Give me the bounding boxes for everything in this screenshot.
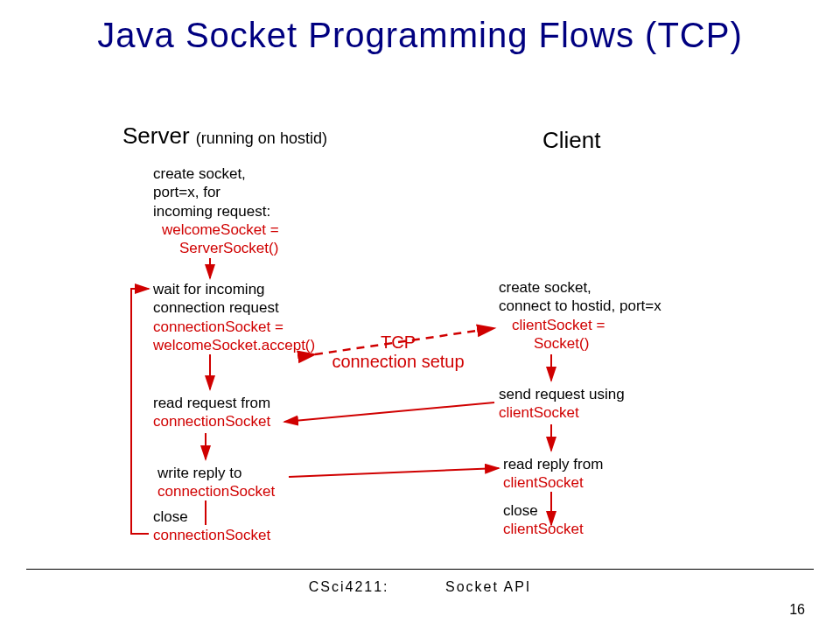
text: incoming request:: [153, 202, 279, 220]
code: ServerSocket(): [179, 239, 279, 257]
text: read reply from: [503, 455, 603, 473]
server-heading-text: Server: [122, 122, 190, 149]
code: clientSocket: [503, 473, 603, 492]
server-step-create: create socket, port=x, for incoming requ…: [153, 164, 279, 257]
client-step-close: close clientSocket: [503, 501, 584, 539]
code: connectionSocket: [158, 482, 275, 500]
code: connectionSocket: [153, 412, 270, 430]
slide: Java Socket Programming Flows (TCP) Serv…: [0, 0, 840, 630]
text: close: [503, 501, 584, 520]
server-step-read: read request from connectionSocket: [153, 394, 270, 431]
text: write reply to: [158, 464, 275, 482]
server-heading: Server (running on hostid): [122, 122, 327, 150]
server-heading-sub: (running on hostid): [196, 130, 327, 147]
text: connection request: [153, 298, 315, 317]
slide-title: Java Socket Programming Flows (TCP): [0, 16, 840, 55]
server-step-close: close connectionSocket: [153, 508, 270, 545]
text: create socket,: [499, 278, 662, 297]
code: connectionSocket: [153, 526, 270, 544]
server-step-wait: wait for incoming connection request con…: [153, 280, 315, 354]
code: clientSocket: [503, 520, 584, 538]
text: port=x, for: [153, 183, 279, 201]
client-step-create: create socket, connect to hostid, port=x…: [499, 278, 662, 353]
text: read request from: [153, 394, 270, 412]
code: Socket(): [534, 334, 662, 353]
text: connect to hostid, port=x: [499, 297, 662, 315]
footer-divider: [26, 569, 814, 570]
text: close: [153, 508, 270, 526]
text: wait for incoming: [153, 280, 315, 298]
footer-course: CSci4211:: [309, 579, 389, 594]
text: TCP: [324, 332, 472, 352]
svg-line-10: [289, 468, 499, 477]
arrows-overlay: [0, 0, 840, 630]
code: clientSocket =: [512, 316, 662, 334]
text: create socket,: [153, 164, 279, 183]
footer-topic: Socket API: [445, 579, 531, 594]
code: welcomeSocket.accept(): [153, 336, 315, 354]
code: clientSocket: [499, 403, 625, 422]
tcp-annotation: TCP connection setup: [324, 332, 472, 371]
text: send request using: [499, 385, 625, 403]
code: connectionSocket =: [153, 318, 315, 336]
client-step-read: read reply from clientSocket: [503, 455, 603, 493]
svg-line-9: [284, 402, 494, 422]
server-step-write: write reply to connectionSocket: [158, 464, 275, 501]
client-heading: Client: [542, 127, 600, 154]
code: welcomeSocket =: [162, 220, 279, 239]
page-number: 16: [789, 602, 805, 618]
text: connection setup: [324, 352, 472, 371]
client-step-send: send request using clientSocket: [499, 385, 625, 423]
footer: CSci4211: Socket API: [0, 579, 840, 595]
